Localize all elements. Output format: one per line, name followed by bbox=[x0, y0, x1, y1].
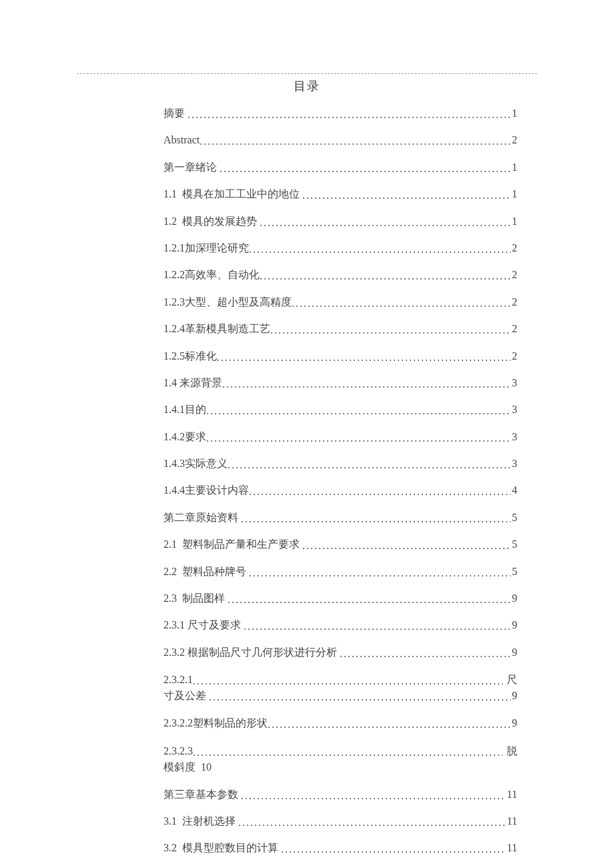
toc-leader bbox=[193, 745, 503, 761]
toc-entry-wrapped: 2.3.2.3 脱模斜度 10 bbox=[164, 743, 517, 775]
toc-label: 1.2.5标准化 bbox=[164, 349, 217, 364]
toc-leader bbox=[238, 815, 506, 830]
toc-entry: 第一章绪论 1 bbox=[164, 160, 517, 175]
toc-page: 3 bbox=[511, 430, 517, 444]
toc-label: 2.2 塑料品种牌号 bbox=[164, 564, 249, 579]
toc-page: 5 bbox=[511, 564, 517, 579]
toc-leader bbox=[228, 592, 511, 607]
toc-entry: 1.4 来源背景3 bbox=[164, 376, 517, 390]
toc-page: 9 bbox=[511, 716, 517, 731]
toc-label: 2.3 制品图样 bbox=[164, 591, 228, 606]
toc-leader bbox=[220, 161, 511, 176]
toc-label: 1.1 模具在加工工业中的地位 bbox=[164, 187, 302, 201]
toc-page: 3 bbox=[511, 456, 517, 471]
toc-label: 寸及公差 bbox=[164, 688, 209, 704]
toc-page: 2 bbox=[511, 295, 517, 310]
toc-entry: 1.2.2高效率、自动化2 bbox=[164, 268, 517, 282]
toc-leader bbox=[249, 566, 511, 580]
toc-label: 1.4 来源背景 bbox=[164, 376, 222, 390]
toc-leader bbox=[340, 646, 511, 661]
toc-page: 2 bbox=[511, 133, 517, 147]
toc-leader bbox=[260, 269, 511, 284]
toc-entry: 1.4.4主要设计内容4 bbox=[164, 483, 517, 498]
toc-label: 2.3.2 根据制品尺寸几何形状进行分析 bbox=[164, 645, 340, 660]
toc-label: 3.2 模具型腔数目的计算 bbox=[164, 841, 281, 855]
toc-page: 1 bbox=[511, 160, 517, 175]
toc-label: 1.2.1加深理论研究 bbox=[164, 241, 249, 256]
toc-tail: 脱 bbox=[503, 743, 517, 759]
toc-leader bbox=[228, 458, 511, 472]
toc-entry: 1.2.5标准化2 bbox=[164, 349, 517, 364]
toc-label: 第三章基本参数 bbox=[164, 787, 241, 802]
toc-entry: 3.2 模具型腔数目的计算 11 bbox=[164, 841, 517, 855]
toc-entry: 第三章基本参数 11 bbox=[164, 787, 517, 802]
toc-entry: 1.1 模具在加工工业中的地位 1 bbox=[164, 187, 517, 201]
toc-page: 5 bbox=[511, 510, 517, 525]
toc-entry: 2.3.2.2塑料制品的形状9 bbox=[164, 716, 517, 731]
toc-page: 2 bbox=[511, 322, 517, 336]
toc-entry: 1.4.3实际意义3 bbox=[164, 456, 517, 471]
toc-label: 1.2.2高效率、自动化 bbox=[164, 268, 260, 282]
toc-entry-wrapped: 2.3.2.1 尺寸及公差 9 bbox=[164, 672, 517, 704]
toc-leader bbox=[260, 215, 511, 230]
toc-leader bbox=[268, 717, 511, 732]
toc-entry: 2.3.1 尺寸及要求 9 bbox=[164, 618, 517, 632]
toc-label: 1.4.1目的 bbox=[164, 402, 206, 417]
toc-label: 2.1 塑料制品产量和生产要求 bbox=[164, 537, 302, 552]
toc-label: 1.4.3实际意义 bbox=[164, 456, 228, 471]
toc-label: 1.2 模具的发展趋势 bbox=[164, 214, 260, 229]
toc-leader bbox=[217, 350, 511, 365]
toc-entry: 1.4.2要求3 bbox=[164, 430, 517, 444]
toc-page: 9 bbox=[511, 618, 517, 632]
toc-page: 9 bbox=[511, 591, 517, 606]
toc-label: 1.2.3大型、超小型及高精度 bbox=[164, 295, 292, 310]
toc-label: 第一章绪论 bbox=[164, 160, 220, 175]
toc-leader bbox=[281, 842, 506, 857]
toc-label: 2.3.2.1 bbox=[164, 672, 193, 688]
toc-page: 9 bbox=[511, 645, 517, 660]
toc-page: 1 bbox=[511, 214, 517, 229]
toc-page: 2 bbox=[511, 349, 517, 364]
toc-entry: 1.2.4革新模具制造工艺2 bbox=[164, 322, 517, 336]
toc-label: 3.1 注射机选择 bbox=[164, 814, 238, 829]
toc-label: 1.2.4革新模具制造工艺 bbox=[164, 322, 270, 336]
toc-label: 2.3.1 尺寸及要求 bbox=[164, 618, 244, 632]
toc-entry: 1.2 模具的发展趋势 1 bbox=[164, 214, 517, 229]
toc-entry: 2.3 制品图样 9 bbox=[164, 591, 517, 606]
toc-page: 5 bbox=[511, 537, 517, 552]
toc-leader bbox=[292, 296, 511, 311]
toc-label: 第二章原始资料 bbox=[164, 510, 241, 525]
toc-page: 11 bbox=[506, 814, 517, 829]
toc-page: 4 bbox=[511, 483, 517, 498]
toc-leader bbox=[206, 431, 511, 446]
toc-page: 2 bbox=[511, 241, 517, 256]
toc-leader bbox=[270, 323, 511, 338]
toc-page: 9 bbox=[511, 688, 517, 704]
toc-label: Abstract bbox=[164, 133, 200, 147]
toc-leader bbox=[206, 404, 511, 418]
toc-entry: 2.3.2 根据制品尺寸几何形状进行分析 9 bbox=[164, 645, 517, 660]
toc-page: 3 bbox=[511, 376, 517, 390]
toc-label: 摘要 bbox=[164, 106, 188, 121]
toc-leader bbox=[200, 134, 511, 149]
toc-entry: 2.1 塑料制品产量和生产要求 5 bbox=[164, 537, 517, 552]
toc-page: 1 bbox=[511, 187, 517, 201]
toc-entry: 1.2.1加深理论研究2 bbox=[164, 241, 517, 256]
toc-leader bbox=[302, 188, 511, 203]
toc-tail: 尺 bbox=[503, 672, 517, 688]
toc-page: 1 bbox=[511, 106, 517, 121]
toc-entry: 第二章原始资料 5 bbox=[164, 510, 517, 525]
toc-entry: 1.4.1目的3 bbox=[164, 402, 517, 417]
toc-page: 11 bbox=[506, 787, 517, 802]
top-rule bbox=[77, 73, 537, 74]
toc-label: 2.3.2.3 bbox=[164, 743, 193, 759]
toc-title: 目录 bbox=[77, 78, 537, 94]
toc-leader bbox=[209, 689, 511, 705]
toc-entry: Abstract2 bbox=[164, 133, 517, 147]
toc-page: 3 bbox=[511, 402, 517, 417]
toc-leader bbox=[249, 484, 511, 499]
toc-leader bbox=[188, 107, 511, 122]
table-of-contents: 摘要 1Abstract2第一章绪论 11.1 模具在加工工业中的地位 11.2… bbox=[77, 106, 537, 856]
toc-page: 11 bbox=[506, 841, 517, 855]
toc-entry: 摘要 1 bbox=[164, 106, 517, 121]
